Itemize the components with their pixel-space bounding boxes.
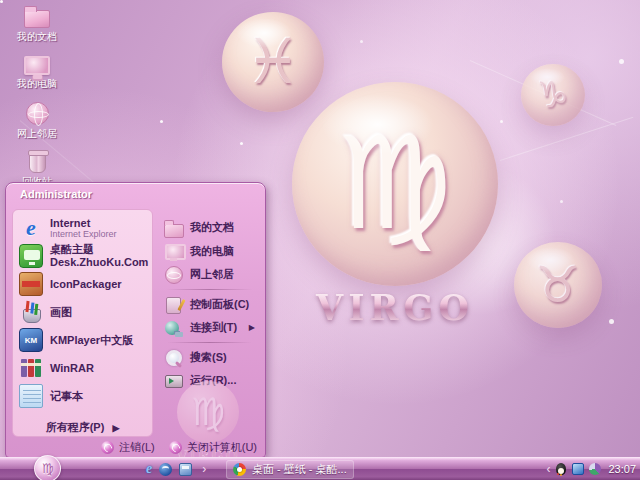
desktop-icon-label: 我的文档 [17,30,57,44]
sparkle-dots [0,0,3,3]
menu-item-title: 连接到(T) [190,321,237,334]
menu-item-title: 控制面板(C) [190,298,249,311]
menu-item-internet-explorer[interactable]: e Internet Internet Explorer [16,214,149,242]
menu-item-title: 网上邻居 [190,268,234,281]
internet-explorer-icon: e [19,216,43,240]
tray-qq-icon[interactable] [555,463,567,476]
log-off-button[interactable]: 注销(L) [101,440,154,455]
constellation-line [500,117,633,161]
taskbar-clock: 23:07 [606,463,636,475]
menu-item-my-documents[interactable]: 我的文档 [161,215,258,240]
desktop-icon-label: 网上邻居 [17,127,57,141]
network-icon [164,265,183,284]
menu-item-title: 桌酷主题Desk.ZhuoKu.Com [50,243,148,268]
menu-item-run[interactable]: 运行(R)... [161,369,258,392]
taskbar: ♍ e › 桌面 - 壁纸 - 桌酷... ‹ 23:07 [0,457,640,480]
separator [167,342,252,343]
menu-item-subtitle: Internet Explorer [50,229,117,239]
desktop-icon-label: 我的电脑 [17,77,57,91]
log-off-label: 注销(L) [119,440,154,455]
capricorn-icon: ♑ [537,77,569,113]
menu-item-title: 搜索(S) [190,351,227,364]
paint-icon [19,300,43,324]
system-tray: ‹ 23:07 [546,462,636,476]
start-menu-user: Administrator [6,183,265,208]
folder-icon [24,10,50,28]
folder-icon [164,219,183,238]
menu-item-title: 记事本 [50,390,83,403]
tray-window-icon[interactable] [572,463,584,475]
network-icon [26,102,49,125]
computer-icon [164,242,183,261]
browser-task-icon [233,463,246,476]
start-button[interactable]: ♍ [34,455,61,480]
quick-launch-ie-icon[interactable]: e [146,462,152,476]
shut-down-label: 关闭计算机(U) [187,440,257,455]
tray-chevron-icon[interactable]: ‹ [546,462,550,476]
start-menu-body: e Internet Internet Explorer 桌酷主题Desk.Zh… [12,209,260,437]
run-icon [164,371,183,390]
zhuoku-icon [19,244,43,268]
menu-item-network-places[interactable]: 网上邻居 [161,263,258,286]
search-icon [164,348,183,367]
iconpackager-icon [19,272,43,296]
taurus-sphere: ♉ [514,242,602,328]
menu-item-iconpackager[interactable]: IconPackager [16,270,149,298]
menu-item-zhuoku-theme[interactable]: 桌酷主题Desk.ZhuoKu.Com [16,242,149,270]
desktop-icon-my-documents[interactable]: 我的文档 [6,4,68,44]
shut-down-button[interactable]: 关闭计算机(U) [169,440,257,455]
menu-item-title: 我的电脑 [190,245,234,258]
notepad-icon [19,384,43,408]
menu-item-title: IconPackager [50,278,122,291]
menu-item-title: KMPlayer中文版 [50,334,133,347]
capricorn-sphere: ♑ [521,64,585,126]
shut-down-icon [169,441,182,454]
menu-item-title: Internet [50,217,117,230]
pisces-sphere: ♓ [222,12,324,112]
computer-icon [24,56,50,75]
virgo-icon: ♍ [338,120,453,248]
menu-item-title: WinRAR [50,362,94,375]
start-menu-pinned-list: e Internet Internet Explorer 桌酷主题Desk.Zh… [12,209,153,437]
menu-item-notepad[interactable]: 记事本 [16,382,149,410]
wallpaper-title: VIRGO [280,287,510,328]
quick-launch-media-icon[interactable] [159,463,172,476]
virgo-main-sphere: ♍ [292,82,498,286]
desktop: ♓ ♑ ♍ ♉ VIRGO 我的文档 我的电脑 网上邻居 回收站 Adminis… [0,0,640,480]
winrar-icon [19,356,43,380]
menu-item-my-computer[interactable]: 我的电脑 [161,240,258,263]
desktop-icon-list: 我的文档 我的电脑 网上邻居 回收站 [6,4,68,189]
start-menu-places-list: 我的文档 我的电脑 网上邻居 控制面板(C) 连接到(T) [153,209,260,437]
virgo-start-icon: ♍ [42,462,54,475]
menu-item-title: 画图 [50,306,72,319]
taskbar-task-button[interactable]: 桌面 - 壁纸 - 桌酷... [226,460,354,479]
menu-item-search[interactable]: 搜索(S) [161,346,258,369]
separator [167,289,252,290]
menu-item-winrar[interactable]: WinRAR [16,354,149,382]
kmplayer-icon: KM [19,328,43,352]
tray-theme-icon[interactable] [589,463,601,475]
menu-item-title: 我的文档 [190,221,234,234]
control-panel-icon [164,295,183,314]
chevron-right-icon: ▶ [249,323,255,332]
start-menu-footer: 注销(L) 关闭计算机(U) [101,440,257,455]
virgo-icon: ♍ [191,393,225,431]
start-menu: Administrator e Internet Internet Explor… [5,182,266,458]
desktop-icon-my-computer[interactable]: 我的电脑 [6,53,68,91]
menu-item-title: 运行(R)... [190,374,236,387]
task-button-label: 桌面 - 壁纸 - 桌酷... [252,462,347,477]
connect-icon [164,318,183,337]
chevron-right-icon: ▶ [112,423,119,433]
quick-launch-bar: e › [146,462,206,476]
recycle-bin-icon [29,152,46,173]
quick-launch-desktop-icon[interactable] [179,463,192,476]
quick-launch-chevron-icon[interactable]: › [202,463,206,475]
all-programs-label: 所有程序(P) [46,420,105,435]
menu-item-paint[interactable]: 画图 [16,298,149,326]
menu-item-control-panel[interactable]: 控制面板(C) [161,293,258,316]
log-off-icon [101,441,114,454]
menu-item-kmplayer[interactable]: KM KMPlayer中文版 [16,326,149,354]
menu-item-connect-to[interactable]: 连接到(T) ▶ [161,316,258,339]
all-programs-button[interactable]: 所有程序(P) ▶ [16,416,149,437]
desktop-icon-network-places[interactable]: 网上邻居 [6,100,68,141]
